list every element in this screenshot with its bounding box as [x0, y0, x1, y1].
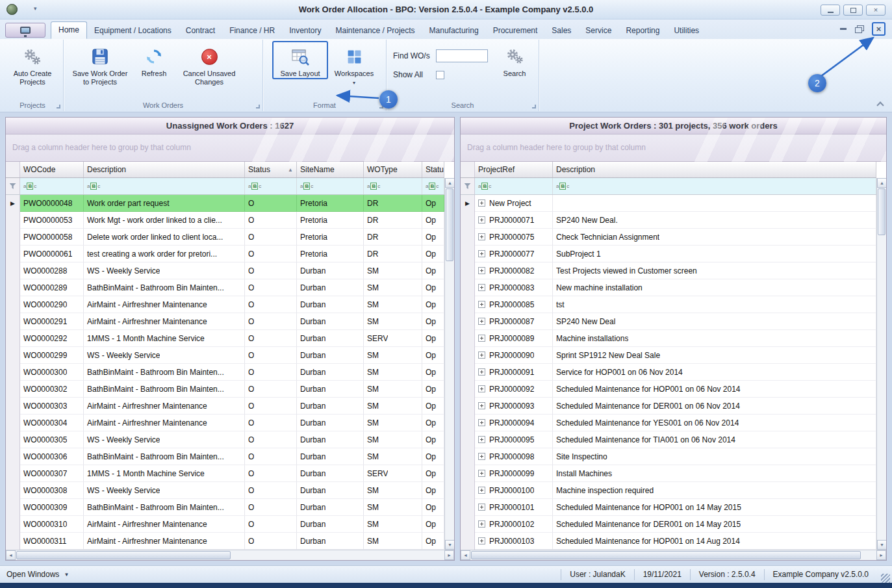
- table-row[interactable]: PRJ0000102Scheduled Maintenance for DER0…: [461, 516, 876, 533]
- tab-procurement[interactable]: Procurement: [486, 23, 545, 39]
- tab-maintenance-projects[interactable]: Maintenance / Projects: [329, 23, 422, 39]
- tab-contract[interactable]: Contract: [179, 23, 222, 39]
- column-header-wotype[interactable]: WOType: [364, 162, 422, 177]
- table-row[interactable]: WO0000309BathBinMaint - Bathroom Bin Mai…: [6, 499, 444, 516]
- tab-service[interactable]: Service: [578, 23, 618, 39]
- group-by-box[interactable]: Drag a column header here to group by th…: [6, 134, 454, 162]
- table-row[interactable]: WO0000306BathBinMaint - Bathroom Bin Mai…: [6, 448, 444, 465]
- column-header-projectref[interactable]: ProjectRef: [475, 162, 553, 177]
- filter-cell-sitename[interactable]: aBc: [297, 178, 364, 194]
- table-row[interactable]: WO0000308WS - Weekly ServiceODurbanSMOp: [6, 482, 444, 499]
- scrollbar-thumb[interactable]: [16, 551, 231, 559]
- scrollbar-thumb[interactable]: [878, 188, 886, 235]
- column-header-description[interactable]: Description: [553, 162, 876, 177]
- table-row[interactable]: PWO0000053Work Mgt - work order linked t…: [6, 212, 444, 229]
- table-row[interactable]: PRJ0000077SubProject 1: [461, 246, 876, 262]
- filter-cell-status[interactable]: aBc: [245, 178, 297, 194]
- panel-splitter[interactable]: [455, 117, 460, 562]
- cancel-unsaved-changes-button[interactable]: × Cancel Unsaved Changes: [175, 41, 243, 88]
- expand-icon[interactable]: [478, 368, 485, 376]
- scroll-left-icon[interactable]: ◄: [461, 550, 470, 560]
- expand-icon[interactable]: [478, 318, 485, 325]
- column-header-wocode[interactable]: WOCode: [20, 162, 84, 177]
- expand-icon[interactable]: [478, 419, 485, 426]
- expand-icon[interactable]: [478, 487, 485, 494]
- ribbon-close-button[interactable]: ×: [872, 22, 886, 36]
- column-header-status[interactable]: Status▲: [245, 162, 297, 177]
- scrollbar-thumb[interactable]: [471, 551, 861, 559]
- group-by-box[interactable]: Drag a column header here to group by th…: [461, 134, 886, 162]
- table-row[interactable]: WO0000302BathBinMaint - Bathroom Bin Mai…: [6, 381, 444, 398]
- table-row[interactable]: PRJ0000075Check Technician Assignment: [461, 229, 876, 246]
- save-layout-button[interactable]: Save Layout: [272, 41, 328, 79]
- expand-icon[interactable]: [478, 216, 485, 224]
- scrollbar-thumb[interactable]: [446, 188, 453, 261]
- maximize-button[interactable]: [843, 5, 863, 16]
- table-row[interactable]: PRJ0000092Scheduled Maintenance for HOP0…: [461, 381, 876, 398]
- tab-inventory[interactable]: Inventory: [282, 23, 328, 39]
- table-row[interactable]: WO0000304AirMaint - Airfreshner Maintena…: [6, 415, 444, 431]
- expand-icon[interactable]: [478, 453, 485, 460]
- table-row[interactable]: PWO0000058Delete work order linked to cl…: [6, 229, 444, 246]
- tab-manufacturing[interactable]: Manufacturing: [422, 23, 486, 39]
- refresh-button[interactable]: Refresh: [133, 41, 175, 79]
- table-row[interactable]: WO0000300BathBinMaint - Bathroom Bin Mai…: [6, 364, 444, 381]
- dialog-launcher-icon[interactable]: [57, 105, 60, 109]
- table-row[interactable]: PRJ0000103Scheduled Maintenance for HOP0…: [461, 533, 876, 550]
- expand-icon[interactable]: [478, 504, 485, 511]
- table-row[interactable]: PRJ0000101Scheduled Maintenance for HOP0…: [461, 499, 876, 516]
- table-row[interactable]: ▶New Project: [461, 195, 876, 212]
- expand-icon[interactable]: [478, 301, 485, 308]
- resize-grip[interactable]: [881, 574, 890, 583]
- open-windows-button[interactable]: Open Windows ▼: [0, 570, 69, 579]
- table-row[interactable]: PRJ0000087SP240 New Deal: [461, 313, 876, 330]
- minimize-button[interactable]: [821, 5, 840, 16]
- table-row[interactable]: ▶PWO0000048Work order part requestOPreto…: [6, 195, 444, 212]
- column-header-sitename[interactable]: SiteName: [297, 162, 364, 177]
- vertical-scrollbar[interactable]: ▲ ▼: [444, 178, 454, 550]
- expand-icon[interactable]: [478, 436, 485, 443]
- table-row[interactable]: WO0000303AirMaint - Airfreshner Maintena…: [6, 398, 444, 415]
- horizontal-scrollbar[interactable]: ◄ ►: [6, 550, 454, 560]
- scroll-right-icon[interactable]: ►: [444, 550, 454, 560]
- table-row[interactable]: PRJ0000071SP240 New Deal.: [461, 212, 876, 229]
- expand-icon[interactable]: [478, 385, 485, 392]
- table-row[interactable]: PRJ0000095Scheduled Maintenance for TIA0…: [461, 431, 876, 448]
- scroll-down-icon[interactable]: ▼: [445, 540, 455, 550]
- find-wos-input[interactable]: [436, 49, 488, 62]
- filter-cell-projectref[interactable]: aBc: [475, 178, 553, 194]
- table-row[interactable]: WO0000291AirMaint - Airfreshner Maintena…: [6, 313, 444, 330]
- close-button[interactable]: ×: [866, 5, 886, 16]
- column-header-status[interactable]: Status: [422, 162, 444, 177]
- table-row[interactable]: WO0000290AirMaint - Airfreshner Maintena…: [6, 296, 444, 313]
- table-row[interactable]: PRJ0000083New machine installation: [461, 279, 876, 296]
- search-button[interactable]: Search: [493, 41, 536, 79]
- collapse-ribbon-icon[interactable]: [876, 101, 884, 109]
- tab-home[interactable]: Home: [51, 21, 87, 39]
- table-row[interactable]: PRJ0000091Service for HOP001 on 06 Nov 2…: [461, 364, 876, 381]
- column-header-description[interactable]: Description: [84, 162, 245, 177]
- expand-icon[interactable]: [478, 352, 485, 359]
- dialog-launcher-icon[interactable]: [532, 105, 536, 109]
- table-row[interactable]: PRJ0000090Sprint SP1912 New Deal Sale: [461, 347, 876, 364]
- table-row[interactable]: WO0000299WS - Weekly ServiceODurbanSMOp: [6, 347, 444, 364]
- minimize-ribbon-icon[interactable]: [840, 28, 847, 30]
- scroll-left-icon[interactable]: ◄: [6, 550, 16, 560]
- expand-icon[interactable]: [478, 520, 485, 528]
- table-row[interactable]: PRJ0000089Machine installations: [461, 330, 876, 347]
- table-row[interactable]: PWO0000061test creating a work order for…: [6, 246, 444, 262]
- table-row[interactable]: PRJ0000082Test Projects viewed in Custom…: [461, 262, 876, 279]
- horizontal-scrollbar[interactable]: ◄ ►: [461, 550, 886, 560]
- vertical-scrollbar[interactable]: ▲ ▼: [876, 178, 886, 550]
- table-row[interactable]: WO0000311AirMaint - Airfreshner Maintena…: [6, 533, 444, 550]
- table-row[interactable]: WO0000289BathBinMaint - Bathroom Bin Mai…: [6, 279, 444, 296]
- scroll-up-icon[interactable]: ▲: [445, 178, 455, 188]
- filter-cell-wocode[interactable]: aBc: [20, 178, 84, 194]
- table-row[interactable]: WO0000310AirMaint - Airfreshner Maintena…: [6, 516, 444, 533]
- expand-icon[interactable]: [478, 233, 485, 240]
- filter-cell-description[interactable]: aBc: [84, 178, 245, 194]
- table-row[interactable]: PRJ0000100Machine inspection required: [461, 482, 876, 499]
- table-row[interactable]: PRJ0000094Scheduled Maintenance for YES0…: [461, 415, 876, 431]
- table-row[interactable]: PRJ0000098Site Inspectino: [461, 448, 876, 465]
- scroll-down-icon[interactable]: ▼: [877, 540, 887, 550]
